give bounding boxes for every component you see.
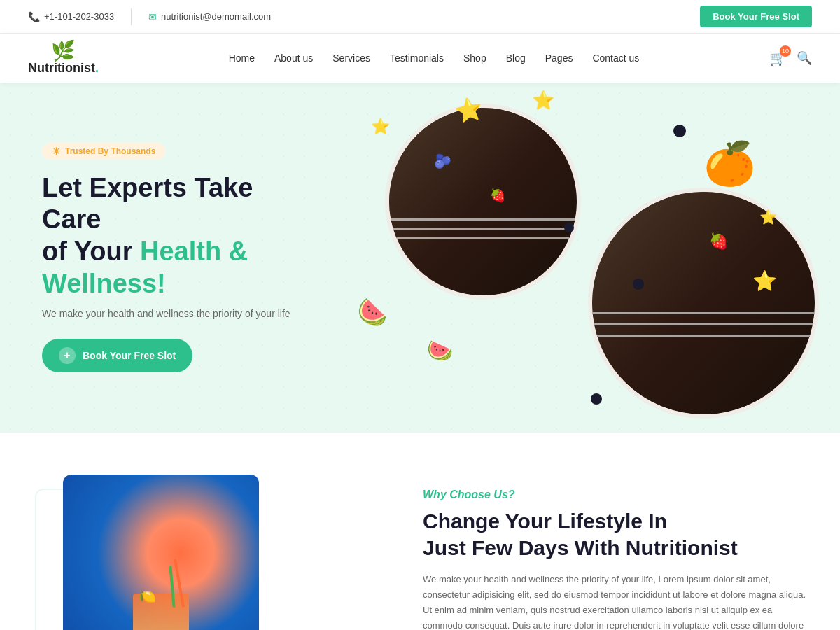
hero-btn-label: Book Your Free Slot <box>83 350 176 361</box>
bowl-inner-2 <box>592 192 815 414</box>
search-icon[interactable]: 🔍 <box>797 50 812 66</box>
top-bar-contacts: 📞 +1-101-202-3033 ✉ nutritionist@demomai… <box>28 8 271 25</box>
strawberry-1: 🍓 <box>709 232 728 251</box>
section2-right: Why Choose Us? Change Your Lifestyle InJ… <box>423 475 812 630</box>
berry-dot-3 <box>673 125 686 137</box>
berry-dot-4 <box>591 393 602 405</box>
why-choose-section: 🍋 🌿 Get Your Free Personalized Nutrition… <box>0 433 840 630</box>
bowl-1 <box>385 104 581 300</box>
watermelon-1: 🍉 <box>353 294 393 332</box>
stripe-6 <box>592 335 815 337</box>
email-icon: ✉ <box>148 11 157 22</box>
star-fruit-3: ⭐ <box>371 118 390 136</box>
section2-left: 🍋 🌿 Get Your Free Personalized Nutrition… <box>28 475 381 630</box>
phone-contact: 📞 +1-101-202-3033 <box>28 11 114 22</box>
raspberry-1: 🍓 <box>490 188 505 203</box>
hero-btn-plus-icon: + <box>59 347 76 364</box>
hero-cta-button[interactable]: + Book Your Free Slot <box>42 339 192 372</box>
logo-text: Nutritionist. <box>28 61 99 76</box>
hero-images: ⭐ ⭐ ⭐ 🫐 🍓 🍊 🍉 🍉 ⭐ ⭐ 🍓 <box>315 83 840 433</box>
nav-pages[interactable]: Pages <box>545 52 573 64</box>
why-label: Why Choose Us? <box>423 489 812 501</box>
stripe-2 <box>389 227 577 230</box>
blueberry-1: 🫐 <box>434 153 451 169</box>
logo-dot: . <box>95 61 99 75</box>
nav-services[interactable]: Services <box>332 52 370 64</box>
berry-dot-1 <box>564 223 574 232</box>
email-contact: ✉ nutritionist@demomail.com <box>148 11 271 22</box>
berry-dot-2 <box>633 279 644 290</box>
stripe-4 <box>592 312 815 314</box>
straw-1 <box>174 559 185 608</box>
hero-title: Let Experts Take Care of Your Health & W… <box>42 172 294 300</box>
stripe-3 <box>389 237 577 239</box>
nav-blog[interactable]: Blog <box>506 52 526 64</box>
section2-description: We make your health and wellness the pri… <box>423 572 812 630</box>
logo: 🌿 Nutritionist. <box>28 41 99 76</box>
bowl-2 <box>588 188 819 419</box>
divider <box>131 8 132 25</box>
section2-title: Change Your Lifestyle InJust Few Days Wi… <box>423 508 812 561</box>
badge-text: Trusted By Thousands <box>65 146 155 156</box>
smoothie-visual: 🍋 <box>63 475 259 630</box>
phone-number: +1-101-202-3033 <box>44 11 114 22</box>
bowl-inner-1 <box>389 108 577 295</box>
glass-shape: 🍋 <box>133 594 189 630</box>
straw-2 <box>169 566 175 608</box>
badge-icon: ☀ <box>52 146 61 157</box>
main-nav: Home About us Services Testimonials Shop… <box>229 52 640 64</box>
phone-icon: 📞 <box>28 11 40 22</box>
hero-subtitle: We make your health and wellness the pri… <box>42 308 294 319</box>
nav-testimonials[interactable]: Testimonials <box>390 52 444 64</box>
bowl-container: ⭐ ⭐ ⭐ 🫐 🍓 🍊 🍉 🍉 ⭐ ⭐ 🍓 <box>315 83 840 433</box>
top-bar: 📞 +1-101-202-3033 ✉ nutritionist@demomai… <box>0 0 840 34</box>
stripe-1 <box>389 218 577 220</box>
grapefruit-1: 🍊 <box>704 139 756 188</box>
cart-button[interactable]: 🛒 10 <box>769 50 787 66</box>
email-address: nutritionist@demomail.com <box>161 11 271 22</box>
stripe-5 <box>592 323 815 326</box>
star-fruit-1: ⭐ <box>453 94 485 125</box>
header: 🌿 Nutritionist. Home About us Services T… <box>0 34 840 83</box>
hero-section: ☀ Trusted By Thousands Let Experts Take … <box>0 83 840 433</box>
top-book-button[interactable]: Book Your Free Slot <box>700 6 812 27</box>
watermelon-2: 🍉 <box>427 338 453 363</box>
nav-shop[interactable]: Shop <box>463 52 486 64</box>
nav-about[interactable]: About us <box>274 52 313 64</box>
star-yellow-1: ⭐ <box>760 209 777 225</box>
nav-home[interactable]: Home <box>229 52 255 64</box>
smoothie-card: 🍋 🌿 <box>63 475 259 630</box>
trusted-badge: ☀ Trusted By Thousands <box>42 143 165 160</box>
star-yellow-2: ⭐ <box>752 270 777 293</box>
lemon-garnish: 🍋 <box>139 588 156 605</box>
nav-contact[interactable]: Contact us <box>592 52 639 64</box>
logo-icon: 🌿 <box>51 41 76 61</box>
nav-icons: 🛒 10 🔍 <box>769 50 812 66</box>
cart-badge: 10 <box>780 46 791 57</box>
hero-content: ☀ Trusted By Thousands Let Experts Take … <box>0 101 336 414</box>
star-fruit-2: ⭐ <box>532 90 554 111</box>
